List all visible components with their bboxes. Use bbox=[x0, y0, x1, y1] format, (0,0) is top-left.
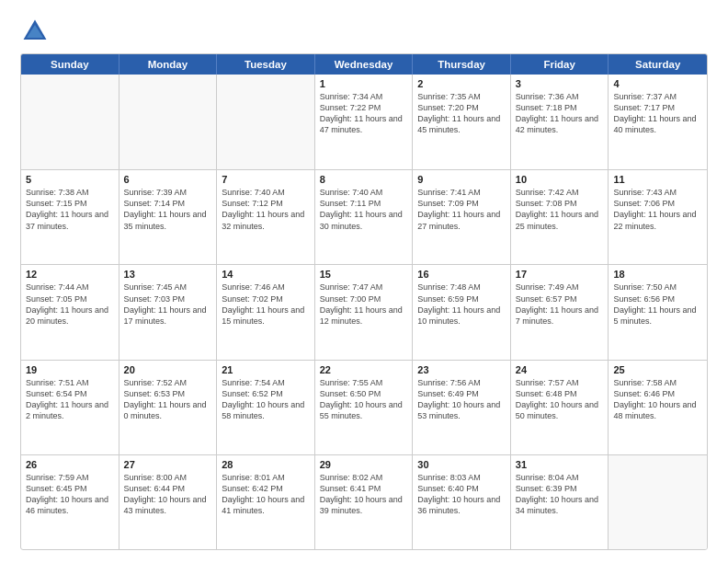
calendar-cell-29: 29Sunrise: 8:02 AM Sunset: 6:41 PM Dayli… bbox=[315, 455, 414, 549]
day-number: 7 bbox=[222, 174, 310, 185]
cell-info: Sunrise: 8:00 AM Sunset: 6:44 PM Dayligh… bbox=[124, 472, 212, 517]
cell-info: Sunrise: 8:03 AM Sunset: 6:40 PM Dayligh… bbox=[417, 472, 506, 517]
cell-info: Sunrise: 7:41 AM Sunset: 7:09 PM Dayligh… bbox=[417, 187, 506, 232]
calendar-cell-27: 27Sunrise: 8:00 AM Sunset: 6:44 PM Dayli… bbox=[119, 455, 218, 549]
cell-info: Sunrise: 7:46 AM Sunset: 7:02 PM Dayligh… bbox=[222, 282, 310, 327]
logo-icon bbox=[20, 17, 50, 46]
calendar-cell-28: 28Sunrise: 8:01 AM Sunset: 6:42 PM Dayli… bbox=[217, 455, 315, 549]
cell-info: Sunrise: 7:40 AM Sunset: 7:12 PM Dayligh… bbox=[222, 187, 310, 232]
calendar-cell-22: 22Sunrise: 7:55 AM Sunset: 6:50 PM Dayli… bbox=[315, 361, 414, 454]
day-number: 4 bbox=[613, 78, 702, 89]
cell-info: Sunrise: 7:49 AM Sunset: 6:57 PM Dayligh… bbox=[516, 282, 604, 327]
calendar-cell-24: 24Sunrise: 7:57 AM Sunset: 6:48 PM Dayli… bbox=[511, 361, 609, 454]
day-number: 8 bbox=[320, 174, 408, 185]
calendar-cell-3: 3Sunrise: 7:36 AM Sunset: 7:18 PM Daylig… bbox=[511, 75, 609, 169]
calendar-cell-16: 16Sunrise: 7:48 AM Sunset: 6:59 PM Dayli… bbox=[413, 265, 511, 359]
calendar-cell-8: 8Sunrise: 7:40 AM Sunset: 7:11 PM Daylig… bbox=[315, 170, 414, 264]
day-number: 6 bbox=[124, 174, 212, 185]
day-number: 12 bbox=[26, 269, 114, 280]
calendar-row-3: 12Sunrise: 7:44 AM Sunset: 7:05 PM Dayli… bbox=[21, 264, 707, 359]
calendar-cell-25: 25Sunrise: 7:58 AM Sunset: 6:46 PM Dayli… bbox=[609, 361, 707, 454]
calendar-cell-10: 10Sunrise: 7:42 AM Sunset: 7:08 PM Dayli… bbox=[511, 170, 609, 264]
calendar-cell-17: 17Sunrise: 7:49 AM Sunset: 6:57 PM Dayli… bbox=[511, 265, 609, 359]
cell-info: Sunrise: 7:51 AM Sunset: 6:54 PM Dayligh… bbox=[26, 377, 114, 422]
calendar-cell-14: 14Sunrise: 7:46 AM Sunset: 7:02 PM Dayli… bbox=[217, 265, 315, 359]
cell-info: Sunrise: 7:57 AM Sunset: 6:48 PM Dayligh… bbox=[516, 377, 604, 422]
header-day-saturday: Saturday bbox=[609, 54, 707, 75]
cell-info: Sunrise: 7:40 AM Sunset: 7:11 PM Dayligh… bbox=[320, 187, 408, 232]
cell-info: Sunrise: 8:02 AM Sunset: 6:41 PM Dayligh… bbox=[320, 472, 408, 517]
calendar-cell-21: 21Sunrise: 7:54 AM Sunset: 6:52 PM Dayli… bbox=[217, 361, 315, 454]
logo bbox=[20, 17, 55, 46]
day-number: 3 bbox=[516, 78, 604, 89]
cell-info: Sunrise: 7:45 AM Sunset: 7:03 PM Dayligh… bbox=[124, 282, 212, 327]
calendar-cell-2: 2Sunrise: 7:35 AM Sunset: 7:20 PM Daylig… bbox=[413, 75, 511, 169]
header-day-monday: Monday bbox=[119, 54, 218, 75]
cell-info: Sunrise: 7:48 AM Sunset: 6:59 PM Dayligh… bbox=[417, 282, 506, 327]
calendar-cell-18: 18Sunrise: 7:50 AM Sunset: 6:56 PM Dayli… bbox=[609, 265, 707, 359]
cell-info: Sunrise: 7:34 AM Sunset: 7:22 PM Dayligh… bbox=[320, 91, 408, 136]
header bbox=[20, 17, 708, 46]
page: SundayMondayTuesdayWednesdayThursdayFrid… bbox=[0, 0, 728, 563]
header-day-sunday: Sunday bbox=[21, 54, 119, 75]
cell-info: Sunrise: 7:42 AM Sunset: 7:08 PM Dayligh… bbox=[516, 187, 604, 232]
day-number: 17 bbox=[516, 269, 604, 280]
cell-info: Sunrise: 7:56 AM Sunset: 6:49 PM Dayligh… bbox=[417, 377, 506, 422]
calendar-cell-15: 15Sunrise: 7:47 AM Sunset: 7:00 PM Dayli… bbox=[315, 265, 414, 359]
day-number: 5 bbox=[26, 174, 114, 185]
calendar-cell-11: 11Sunrise: 7:43 AM Sunset: 7:06 PM Dayli… bbox=[609, 170, 707, 264]
cell-info: Sunrise: 8:04 AM Sunset: 6:39 PM Dayligh… bbox=[516, 472, 604, 517]
cell-info: Sunrise: 7:44 AM Sunset: 7:05 PM Dayligh… bbox=[26, 282, 114, 327]
header-day-wednesday: Wednesday bbox=[315, 54, 414, 75]
header-day-friday: Friday bbox=[511, 54, 609, 75]
calendar-cell-13: 13Sunrise: 7:45 AM Sunset: 7:03 PM Dayli… bbox=[119, 265, 218, 359]
cell-info: Sunrise: 7:37 AM Sunset: 7:17 PM Dayligh… bbox=[613, 91, 702, 136]
cell-info: Sunrise: 7:55 AM Sunset: 6:50 PM Dayligh… bbox=[320, 377, 408, 422]
day-number: 19 bbox=[26, 364, 114, 375]
header-day-thursday: Thursday bbox=[413, 54, 511, 75]
day-number: 28 bbox=[222, 459, 310, 470]
cell-info: Sunrise: 7:36 AM Sunset: 7:18 PM Dayligh… bbox=[516, 91, 604, 136]
day-number: 30 bbox=[417, 459, 506, 470]
day-number: 22 bbox=[320, 364, 408, 375]
day-number: 9 bbox=[417, 174, 506, 185]
day-number: 25 bbox=[613, 364, 702, 375]
calendar-cell-empty bbox=[119, 75, 218, 169]
calendar-cell-empty bbox=[217, 75, 315, 169]
calendar-cell-19: 19Sunrise: 7:51 AM Sunset: 6:54 PM Dayli… bbox=[21, 361, 119, 454]
calendar-cell-12: 12Sunrise: 7:44 AM Sunset: 7:05 PM Dayli… bbox=[21, 265, 119, 359]
calendar-row-1: 1Sunrise: 7:34 AM Sunset: 7:22 PM Daylig… bbox=[21, 75, 707, 169]
day-number: 10 bbox=[516, 174, 604, 185]
day-number: 2 bbox=[417, 78, 506, 89]
calendar-cell-23: 23Sunrise: 7:56 AM Sunset: 6:49 PM Dayli… bbox=[413, 361, 511, 454]
day-number: 27 bbox=[124, 459, 212, 470]
calendar-cell-empty bbox=[21, 75, 119, 169]
cell-info: Sunrise: 7:38 AM Sunset: 7:15 PM Dayligh… bbox=[26, 187, 114, 232]
calendar-header: SundayMondayTuesdayWednesdayThursdayFrid… bbox=[21, 54, 707, 75]
day-number: 20 bbox=[124, 364, 212, 375]
calendar-cell-6: 6Sunrise: 7:39 AM Sunset: 7:14 PM Daylig… bbox=[119, 170, 218, 264]
calendar-row-5: 26Sunrise: 7:59 AM Sunset: 6:45 PM Dayli… bbox=[21, 454, 707, 549]
day-number: 14 bbox=[222, 269, 310, 280]
cell-info: Sunrise: 7:50 AM Sunset: 6:56 PM Dayligh… bbox=[613, 282, 702, 327]
cell-info: Sunrise: 7:47 AM Sunset: 7:00 PM Dayligh… bbox=[320, 282, 408, 327]
cell-info: Sunrise: 7:54 AM Sunset: 6:52 PM Dayligh… bbox=[222, 377, 310, 422]
header-day-tuesday: Tuesday bbox=[217, 54, 315, 75]
cell-info: Sunrise: 7:52 AM Sunset: 6:53 PM Dayligh… bbox=[124, 377, 212, 422]
calendar-cell-9: 9Sunrise: 7:41 AM Sunset: 7:09 PM Daylig… bbox=[413, 170, 511, 264]
day-number: 13 bbox=[124, 269, 212, 280]
cell-info: Sunrise: 7:59 AM Sunset: 6:45 PM Dayligh… bbox=[26, 472, 114, 517]
calendar-cell-1: 1Sunrise: 7:34 AM Sunset: 7:22 PM Daylig… bbox=[315, 75, 414, 169]
day-number: 21 bbox=[222, 364, 310, 375]
calendar-cell-4: 4Sunrise: 7:37 AM Sunset: 7:17 PM Daylig… bbox=[609, 75, 707, 169]
calendar-cell-20: 20Sunrise: 7:52 AM Sunset: 6:53 PM Dayli… bbox=[119, 361, 218, 454]
day-number: 24 bbox=[516, 364, 604, 375]
day-number: 31 bbox=[516, 459, 604, 470]
cell-info: Sunrise: 7:39 AM Sunset: 7:14 PM Dayligh… bbox=[124, 187, 212, 232]
calendar-cell-5: 5Sunrise: 7:38 AM Sunset: 7:15 PM Daylig… bbox=[21, 170, 119, 264]
day-number: 16 bbox=[417, 269, 506, 280]
calendar-cell-30: 30Sunrise: 8:03 AM Sunset: 6:40 PM Dayli… bbox=[413, 455, 511, 549]
calendar-row-4: 19Sunrise: 7:51 AM Sunset: 6:54 PM Dayli… bbox=[21, 360, 707, 454]
day-number: 18 bbox=[613, 269, 702, 280]
day-number: 29 bbox=[320, 459, 408, 470]
